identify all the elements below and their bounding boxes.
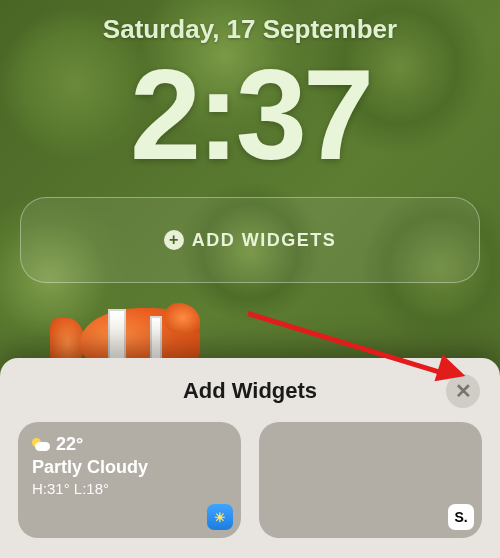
lockscreen-time[interactable]: 2:37 <box>130 51 370 179</box>
partly-cloudy-icon <box>32 438 50 452</box>
plus-circle-icon: + <box>164 230 184 250</box>
add-widgets-sheet: Add Widgets ✕ 22° Partly Cloudy H:31° L:… <box>0 358 500 558</box>
widget-card-2[interactable]: S. <box>259 422 482 538</box>
close-icon: ✕ <box>455 381 472 401</box>
add-widgets-slot[interactable]: + ADD WIDGETS <box>20 197 480 283</box>
weather-condition: Partly Cloudy <box>32 457 227 478</box>
weather-hilo: H:31° L:18° <box>32 480 227 497</box>
weather-app-icon: ☀ <box>207 504 233 530</box>
weather-temp: 22° <box>56 434 83 455</box>
weather-widget-card[interactable]: 22° Partly Cloudy H:31° L:18° ☀ <box>18 422 241 538</box>
lockscreen-date[interactable]: Saturday, 17 September <box>103 14 397 45</box>
close-button[interactable]: ✕ <box>446 374 480 408</box>
add-widgets-label: ADD WIDGETS <box>192 230 337 251</box>
app-icon-s: S. <box>448 504 474 530</box>
sheet-title: Add Widgets <box>183 378 317 404</box>
